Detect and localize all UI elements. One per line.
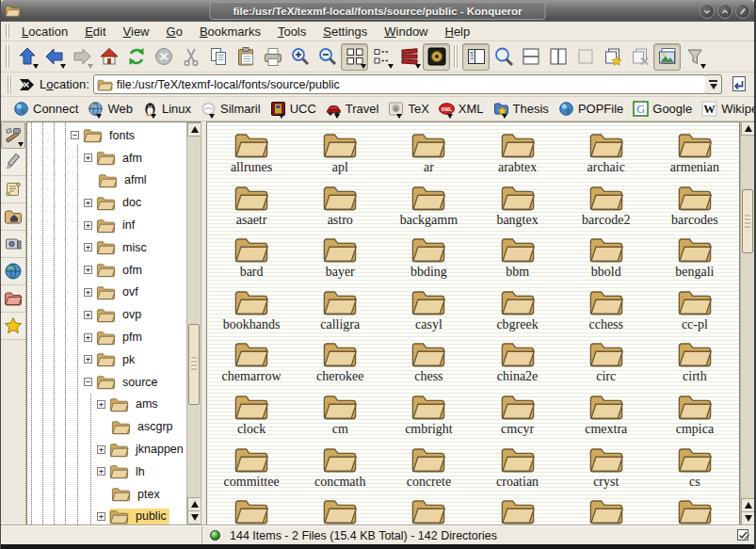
folder-asaetr[interactable]: asaetr xyxy=(207,180,296,233)
sidebar-devices-button[interactable] xyxy=(1,231,25,258)
folder-cmpica[interactable]: cmpica xyxy=(651,389,739,442)
folder-concrete[interactable]: concrete xyxy=(384,442,473,494)
folder-cc-pl[interactable]: cc-pl xyxy=(651,284,739,337)
go-button[interactable] xyxy=(726,73,750,96)
folder-cbgreek[interactable]: cbgreek xyxy=(473,284,561,337)
tree-item-lh[interactable]: + lh xyxy=(27,460,186,483)
folder-barcode2[interactable]: barcode2 xyxy=(562,180,651,233)
folder-ar[interactable]: ar xyxy=(384,127,473,180)
menu-view[interactable]: View xyxy=(115,23,158,40)
tree-expander-minus[interactable]: − xyxy=(84,378,92,386)
bookmark-web[interactable]: Web xyxy=(83,99,137,119)
tree-item-ascgrp[interactable]: ascgrp xyxy=(27,415,186,438)
sidebar-pencil-button[interactable] xyxy=(1,149,25,176)
bookmark-ucc[interactable]: UCC xyxy=(265,99,321,119)
bookmark-popfile[interactable]: POPFile xyxy=(554,99,628,119)
sidebar-root-button[interactable] xyxy=(1,285,25,313)
tree-expander-plus[interactable]: + xyxy=(97,467,105,476)
tree-expander-plus[interactable]: + xyxy=(97,445,105,454)
sidebar-network-button[interactable] xyxy=(1,258,25,285)
tree-item-pk[interactable]: + pk xyxy=(27,348,186,371)
folder-bayer[interactable]: bayer xyxy=(296,232,384,284)
folder-partial[interactable] xyxy=(562,493,651,525)
bookmark-linux[interactable]: Linux xyxy=(137,99,196,119)
folder-china2e[interactable]: china2e xyxy=(473,336,561,389)
folder-apl[interactable]: apl xyxy=(296,127,384,180)
new-tab-button[interactable] xyxy=(599,43,626,71)
tree-scrollbar[interactable] xyxy=(186,122,201,525)
bookmark-wikipedia[interactable]: W Wikipedia xyxy=(697,99,756,119)
folder-backgamm[interactable]: backgamm xyxy=(384,180,473,233)
bookmark-silmaril[interactable]: Silmaril xyxy=(196,99,265,119)
tree-item-ptex[interactable]: ptex xyxy=(27,483,186,506)
folder-croatian[interactable]: croatian xyxy=(473,442,561,494)
folder-cchess[interactable]: cchess xyxy=(562,284,651,337)
folder-cmbright[interactable]: cmbright xyxy=(384,389,473,442)
folder-allrunes[interactable]: allrunes xyxy=(207,127,296,180)
iconview-scroll-up2-button[interactable] xyxy=(741,498,755,512)
menu-location[interactable]: Location xyxy=(13,23,76,40)
tree-scroll-up-button[interactable] xyxy=(187,122,201,137)
folder-cherokee[interactable]: cherokee xyxy=(296,336,384,389)
location-field[interactable] xyxy=(93,74,706,94)
minimize-button[interactable] xyxy=(700,4,715,19)
split-top-bottom-button[interactable] xyxy=(517,43,544,71)
menu-edit[interactable]: Edit xyxy=(76,23,114,40)
tree-expander-plus[interactable]: + xyxy=(97,400,105,409)
preview-button[interactable] xyxy=(653,43,681,71)
tree-item-misc[interactable]: + misc xyxy=(27,236,186,259)
folder-circ[interactable]: circ xyxy=(562,336,651,389)
close-button[interactable] xyxy=(735,4,750,19)
folder-clock[interactable]: clock xyxy=(207,389,296,442)
menu-window[interactable]: Window xyxy=(376,23,436,40)
folder-cmcyr[interactable]: cmcyr xyxy=(473,389,561,442)
folder-arabtex[interactable]: arabtex xyxy=(473,127,561,180)
tree-item-fonts[interactable]: − fonts xyxy=(27,124,186,147)
folder-partial[interactable] xyxy=(296,493,384,525)
tree-expander-plus[interactable]: + xyxy=(84,333,92,342)
view-marker-icon[interactable] xyxy=(736,528,750,542)
menu-settings[interactable]: Settings xyxy=(314,23,376,40)
toolbar-grip[interactable] xyxy=(6,45,10,68)
folder-bookhands[interactable]: bookhands xyxy=(207,284,296,337)
menu-help[interactable]: Help xyxy=(437,23,479,40)
clear-location-icon[interactable] xyxy=(19,77,36,92)
folder-bard[interactable]: bard xyxy=(207,232,296,284)
folder-partial[interactable] xyxy=(207,493,296,525)
terminal-view-button[interactable] xyxy=(423,43,450,71)
zoom-in-button[interactable] xyxy=(286,43,314,71)
tree-item-ofm[interactable]: + ofm xyxy=(27,259,186,282)
tree-item-ovp[interactable]: + ovp xyxy=(27,303,186,326)
tree-item-ovf[interactable]: + ovf xyxy=(27,282,186,304)
tree-expander-plus[interactable]: + xyxy=(84,355,92,363)
list-view-button[interactable] xyxy=(368,43,395,71)
bookmark-travel[interactable]: Travel xyxy=(321,99,384,119)
sidebar-toggle-button[interactable] xyxy=(462,43,490,71)
tree-expander-plus[interactable]: + xyxy=(84,221,92,230)
folder-concmath[interactable]: concmath xyxy=(296,442,384,494)
tree-item-source[interactable]: − source xyxy=(27,371,186,394)
folder-cmextra[interactable]: cmextra xyxy=(562,389,651,442)
tree-item-inf[interactable]: + inf xyxy=(27,214,186,236)
locationbar-grip[interactable] xyxy=(8,75,12,94)
folder-partial[interactable] xyxy=(651,493,739,525)
tree-item-doc[interactable]: + doc xyxy=(27,191,186,214)
folder-casyl[interactable]: casyl xyxy=(384,284,473,337)
tree-expander-plus[interactable]: + xyxy=(84,243,92,251)
filter-button[interactable] xyxy=(681,43,708,71)
folder-bbold[interactable]: bbold xyxy=(562,232,651,284)
menu-bookmarks[interactable]: Bookmarks xyxy=(191,23,269,40)
bookmark-connect[interactable]: Connect xyxy=(8,99,83,119)
folder-chemarrow[interactable]: chemarrow xyxy=(207,336,296,389)
menubar-grip[interactable] xyxy=(6,24,10,39)
icon-view-button[interactable] xyxy=(341,43,368,71)
tree-scroll-up2-button[interactable] xyxy=(187,497,201,511)
location-input[interactable] xyxy=(117,78,702,91)
tree-expander-plus[interactable]: + xyxy=(84,288,92,297)
home-button[interactable] xyxy=(95,43,122,71)
folder-chess[interactable]: chess xyxy=(384,336,473,389)
tree-item-afml[interactable]: afml xyxy=(27,170,186,192)
folder-cryst[interactable]: cryst xyxy=(562,442,651,494)
print-button[interactable] xyxy=(259,43,286,71)
folder-cm[interactable]: cm xyxy=(296,389,384,442)
